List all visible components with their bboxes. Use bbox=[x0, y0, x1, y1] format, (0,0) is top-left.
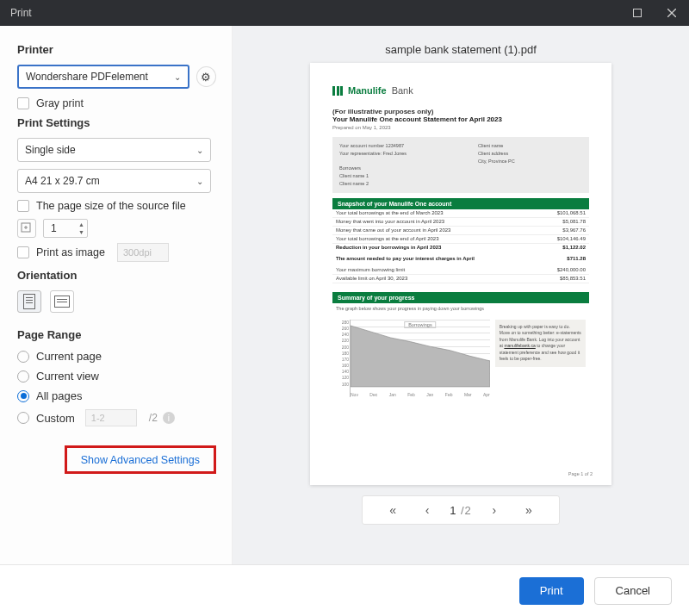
gray-print-checkbox-row[interactable]: Gray print bbox=[17, 97, 216, 109]
paperless-note: Breaking up with paper is easy to do. Mo… bbox=[495, 320, 586, 367]
chevron-down-icon: ⌄ bbox=[196, 177, 203, 186]
step-up-icon[interactable]: ▲ bbox=[78, 221, 84, 228]
preview-pager: « ‹ 1 /2 › » bbox=[362, 495, 560, 525]
print-button[interactable]: Print bbox=[519, 577, 584, 605]
show-advanced-settings-link[interactable]: Show Advanced Settings bbox=[81, 454, 200, 466]
print-as-image-label: Print as image bbox=[36, 246, 105, 258]
row-bold-value: $1,122.02 bbox=[562, 245, 586, 250]
range-current-page-label: Current page bbox=[36, 350, 102, 363]
source-size-label: The page size of the source file bbox=[36, 200, 186, 212]
row-bold-label: Reduction in your borrowings in April 20… bbox=[336, 245, 441, 250]
section-header-summary: Summary of your progress bbox=[332, 292, 589, 303]
row-interest-label: The amount needed to pay your interest c… bbox=[336, 256, 475, 261]
chart-legend: Borrowings bbox=[404, 321, 437, 328]
chevron-down-icon: ⌄ bbox=[196, 146, 203, 155]
info-icon: i bbox=[163, 412, 175, 424]
page-number-label: Page 1 of 2 bbox=[568, 471, 593, 476]
pager-first-button[interactable]: « bbox=[381, 503, 405, 517]
chevron-down-icon: ⌄ bbox=[174, 72, 181, 82]
range-custom-label: Custom bbox=[36, 412, 75, 425]
source-size-checkbox[interactable] bbox=[17, 200, 29, 212]
print-button-label: Print bbox=[540, 584, 563, 597]
window-title: Print bbox=[10, 7, 32, 19]
gray-print-label: Gray print bbox=[36, 97, 84, 109]
brand-logo: Manulife Bank bbox=[332, 85, 589, 96]
print-as-image-row[interactable]: Print as image 300dpi bbox=[17, 243, 216, 262]
paper-size-value: A4 21 x 29.7 cm bbox=[25, 175, 100, 187]
copies-stepper[interactable]: 1 ▲▼ bbox=[43, 219, 88, 238]
orientation-portrait-button[interactable] bbox=[17, 290, 41, 313]
preview-page: Manulife Bank (For illustrative purposes… bbox=[310, 63, 611, 485]
copies-value: 1 bbox=[51, 222, 57, 234]
portrait-icon bbox=[23, 294, 35, 309]
pager-last-button[interactable]: » bbox=[517, 503, 541, 517]
doc-date: Prepared on May 1, 2023 bbox=[332, 125, 589, 130]
svg-rect-0 bbox=[634, 9, 642, 17]
table-row: Money that came out of your account in A… bbox=[332, 227, 589, 235]
dpi-input: 300dpi bbox=[117, 243, 169, 262]
paper-size-select[interactable]: A4 21 x 29.7 cm ⌄ bbox=[17, 169, 211, 193]
doc-subtitle1: (For illustrative purposes only) bbox=[332, 108, 589, 115]
row-interest-value: $711.28 bbox=[567, 256, 586, 261]
gray-print-checkbox[interactable] bbox=[17, 97, 29, 109]
range-current-page[interactable]: Current page bbox=[17, 350, 216, 363]
page-range-title: Page Range bbox=[17, 328, 216, 341]
sides-select[interactable]: Single side ⌄ bbox=[17, 138, 211, 162]
cancel-button-label: Cancel bbox=[616, 584, 650, 597]
print-as-image-checkbox[interactable] bbox=[17, 246, 29, 258]
custom-range-input[interactable]: 1-2 bbox=[85, 409, 137, 426]
pager-current: 1 bbox=[450, 504, 456, 517]
preview-filename: sample bank statement (1).pdf bbox=[385, 43, 537, 56]
orientation-title: Orientation bbox=[17, 269, 216, 282]
custom-range-total: /2 bbox=[149, 412, 158, 424]
step-down-icon[interactable]: ▼ bbox=[78, 228, 84, 236]
account-info-block: Your account number 1234987Your represen… bbox=[332, 137, 589, 193]
window-close-icon[interactable] bbox=[655, 0, 689, 26]
range-current-view[interactable]: Current view bbox=[17, 370, 216, 383]
source-size-checkbox-row[interactable]: The page size of the source file bbox=[17, 200, 216, 212]
cancel-button[interactable]: Cancel bbox=[594, 577, 672, 605]
pager-prev-button[interactable]: ‹ bbox=[415, 503, 439, 517]
sides-select-value: Single side bbox=[25, 144, 76, 156]
copies-icon bbox=[17, 219, 36, 238]
orientation-landscape-button[interactable] bbox=[50, 290, 74, 313]
pager-total: /2 bbox=[461, 504, 472, 517]
range-all-pages-label: All pages bbox=[36, 389, 82, 402]
doc-subtitle2: Your Manulife One account Statement for … bbox=[332, 115, 589, 123]
range-current-view-label: Current view bbox=[36, 370, 99, 383]
all-pages-radio[interactable] bbox=[17, 390, 29, 402]
brand-name: Manulife bbox=[348, 85, 387, 96]
summary-note: The graph below shows your progress in p… bbox=[332, 303, 589, 316]
table-row: Money that went into your account in Apr… bbox=[332, 218, 589, 227]
printer-settings-button[interactable]: ⚙ bbox=[196, 66, 216, 87]
range-custom[interactable]: Custom 1-2 /2 i bbox=[17, 409, 216, 426]
printer-select-value: Wondershare PDFelement bbox=[26, 71, 148, 83]
printer-select[interactable]: Wondershare PDFelement ⌄ bbox=[17, 65, 189, 89]
table-row: Available limit on April 30, 2023$85,853… bbox=[332, 275, 589, 283]
table-row: Your total borrowings at the end of Marc… bbox=[332, 209, 589, 218]
print-settings-title: Print Settings bbox=[17, 116, 216, 129]
advanced-settings-highlight: Show Advanced Settings bbox=[65, 445, 216, 474]
brand-suffix: Bank bbox=[392, 85, 413, 96]
window-maximize-icon[interactable] bbox=[620, 0, 655, 26]
table-row: Your maximum borrowing limit$240,000.00 bbox=[332, 266, 589, 275]
table-row: Your total borrowings at the end of Apri… bbox=[332, 235, 589, 244]
progress-chart: 280260240220200180170160140120100 NovDec… bbox=[350, 320, 490, 397]
printer-section-title: Printer bbox=[17, 43, 216, 56]
section-header-snapshot: Snapshot of your Manulife One account bbox=[332, 198, 589, 209]
pager-next-button[interactable]: › bbox=[482, 503, 506, 517]
range-all-pages[interactable]: All pages bbox=[17, 389, 216, 402]
landscape-icon bbox=[54, 296, 70, 308]
gear-icon: ⚙ bbox=[201, 71, 211, 84]
